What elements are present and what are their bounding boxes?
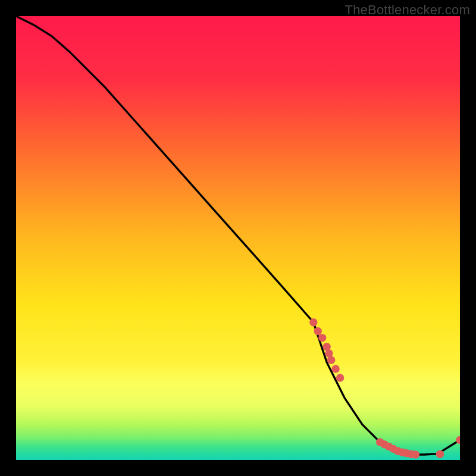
highlight-dot xyxy=(314,327,322,335)
chart-svg xyxy=(16,16,460,460)
chart-stage: TheBottlenecker.com xyxy=(0,0,476,476)
highlight-dot xyxy=(327,356,335,364)
highlight-dot xyxy=(412,450,419,458)
plot-area xyxy=(16,16,460,460)
highlight-dot xyxy=(336,374,344,381)
highlight-dot xyxy=(331,365,339,372)
highlight-dot xyxy=(309,318,317,326)
highlight-dot xyxy=(436,450,444,458)
watermark-text: TheBottlenecker.com xyxy=(345,2,470,18)
highlight-dot xyxy=(318,334,326,342)
